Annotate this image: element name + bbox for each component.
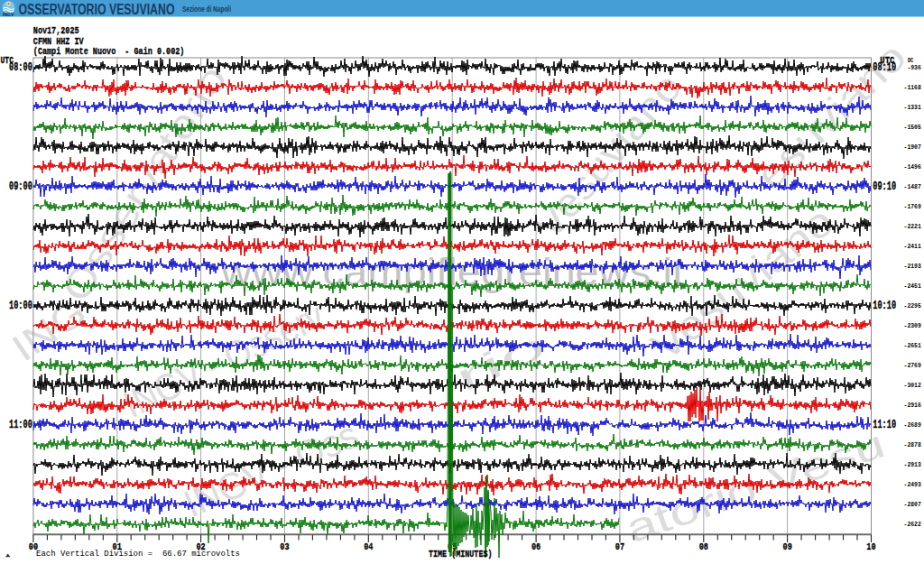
svg-text:11:00: 11:00	[9, 419, 32, 431]
svg-text:-2878: -2878	[904, 440, 921, 448]
svg-text:-2913: -2913	[904, 460, 921, 468]
svg-text:-2411: -2411	[904, 242, 921, 250]
svg-text:-2221: -2221	[904, 222, 921, 230]
svg-text:-1769: -1769	[904, 202, 921, 210]
svg-text:10: 10	[866, 541, 875, 552]
svg-text:-1168: -1168	[904, 83, 921, 91]
svg-text:08:10: 08:10	[873, 61, 896, 74]
svg-text:08: 08	[699, 541, 708, 552]
svg-text:TIME (MINUTES): TIME (MINUTES)	[429, 548, 493, 559]
svg-text:11:10: 11:10	[873, 419, 896, 431]
svg-text:09:10: 09:10	[873, 180, 896, 193]
svg-text:-2309: -2309	[904, 321, 921, 329]
svg-text:-936: -936	[907, 63, 921, 71]
svg-text:08:00: 08:00	[9, 61, 32, 74]
svg-text:(Campi Monte Nuovo - Gain 0.0: (Campi Monte Nuovo - Gain 0.002)	[33, 45, 185, 57]
svg-text:09:00: 09:00	[9, 180, 32, 193]
svg-text:-1496: -1496	[904, 162, 921, 171]
svg-text:-2451: -2451	[904, 282, 921, 290]
svg-text:06: 06	[531, 541, 541, 552]
svg-text:-2769: -2769	[904, 361, 921, 369]
svg-text:-2807: -2807	[904, 500, 921, 508]
svg-text:-2651: -2651	[904, 341, 921, 349]
svg-text:10:00: 10:00	[9, 300, 32, 312]
svg-text:10:10: 10:10	[873, 300, 896, 312]
svg-text:-2295: -2295	[904, 301, 921, 310]
svg-text:07: 07	[615, 541, 624, 552]
svg-text:-1487: -1487	[904, 182, 921, 190]
svg-text:-1331: -1331	[904, 103, 921, 111]
svg-text:-1505: -1505	[904, 123, 921, 131]
svg-text:Sezione di Napoli: Sezione di Napoli	[182, 5, 231, 14]
svg-text:-2193: -2193	[904, 262, 921, 270]
svg-text:Each Vertical Division = 66.6: Each Vertical Division = 66.67 microvolt…	[36, 550, 240, 559]
svg-text:OSSERVATORIO VESUVIANO: OSSERVATORIO VESUVIANO	[19, 2, 175, 17]
svg-text:03: 03	[280, 541, 289, 552]
svg-text:-2622: -2622	[904, 520, 921, 528]
svg-text:-2689: -2689	[904, 421, 921, 429]
svg-text:-3012: -3012	[904, 381, 921, 389]
svg-text:-2493: -2493	[904, 480, 921, 488]
svg-text:09: 09	[782, 541, 791, 552]
svg-text:INGV: INGV	[3, 12, 14, 17]
svg-text:-1907: -1907	[904, 143, 921, 151]
svg-text:04: 04	[364, 541, 373, 552]
svg-text:-2916: -2916	[904, 401, 921, 409]
